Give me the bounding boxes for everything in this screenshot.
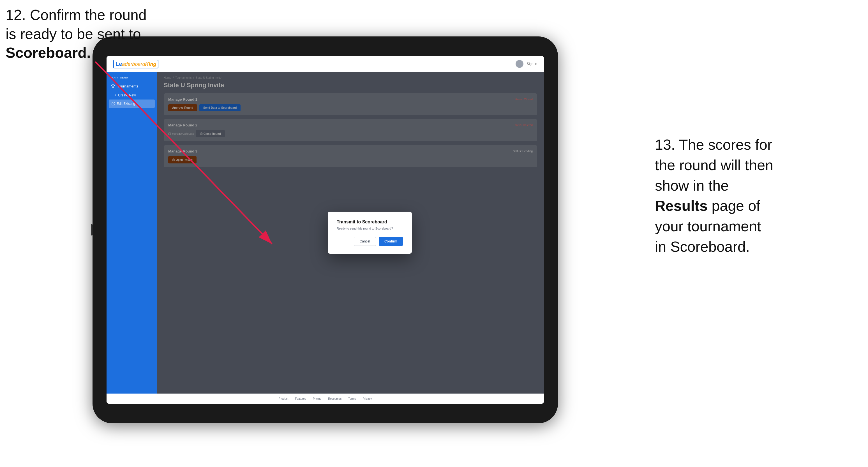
footer-features[interactable]: Features	[295, 397, 306, 400]
footer-resources[interactable]: Resources	[328, 397, 341, 400]
footer: Product Features Pricing Resources Terms…	[106, 394, 544, 404]
annotation-line1: 12. Confirm the round	[6, 7, 147, 23]
footer-product[interactable]: Product	[279, 397, 288, 400]
tablet-screen: LeaderboardKing Sign In MAIN MENU Tourna…	[106, 56, 544, 404]
sidebar: MAIN MENU Tournaments + Create New Edit …	[106, 72, 157, 394]
annotation-line3: Scoreboard.	[6, 44, 91, 61]
main-layout: MAIN MENU Tournaments + Create New Edit …	[106, 72, 544, 394]
sidebar-item-tournaments[interactable]: Tournaments	[106, 81, 157, 91]
tablet-device: LeaderboardKing Sign In MAIN MENU Tourna…	[93, 36, 558, 423]
modal-buttons: Cancel Confirm	[337, 237, 403, 246]
annotation-right-line4: Results	[655, 198, 708, 214]
annotation-right-line4-rest: page of	[708, 198, 760, 214]
footer-pricing[interactable]: Pricing	[313, 397, 321, 400]
modal-dialog: Transmit to Scoreboard Ready to send thi…	[328, 212, 412, 254]
footer-privacy[interactable]: Privacy	[363, 397, 372, 400]
sidebar-menu-label: MAIN MENU	[106, 76, 157, 79]
sidebar-edit-existing[interactable]: Edit Existing	[109, 99, 155, 108]
annotation-right-line1: 13. The scores for	[655, 136, 772, 153]
footer-terms[interactable]: Terms	[348, 397, 356, 400]
annotation-right-line2: the round will then	[655, 157, 773, 173]
logo-king-suffix: King	[145, 61, 156, 67]
cancel-button[interactable]: Cancel	[354, 237, 376, 246]
tablet-side-button	[91, 224, 93, 236]
modal-subtitle: Ready to send this round to Scoreboard?	[337, 227, 403, 230]
annotation-right-line6: in Scoreboard.	[655, 239, 750, 255]
annotation-top: 12. Confirm the round is ready to be sen…	[6, 6, 147, 63]
confirm-button[interactable]: Confirm	[379, 237, 403, 246]
annotation-right-line5: your tournament	[655, 218, 761, 234]
annotation-right: 13. The scores for the round will then s…	[655, 134, 851, 257]
sidebar-create-new[interactable]: + Create New	[106, 91, 157, 99]
edit-existing-label: Edit Existing	[117, 102, 135, 106]
signin-label[interactable]: Sign In	[527, 62, 537, 66]
edit-icon	[112, 102, 115, 105]
annotation-right-line3: show in the	[655, 178, 728, 194]
modal-overlay: Transmit to Scoreboard Ready to send thi…	[157, 72, 544, 394]
modal-title: Transmit to Scoreboard	[337, 219, 403, 224]
navbar: LeaderboardKing Sign In	[106, 56, 544, 72]
content-area: Home / Tournaments / State U Spring Invi…	[157, 72, 544, 394]
trophy-icon	[111, 84, 115, 88]
annotation-line2: is ready to be sent to	[6, 26, 141, 42]
avatar-icon	[516, 60, 523, 68]
tournaments-label: Tournaments	[117, 84, 138, 88]
nav-right: Sign In	[516, 60, 537, 68]
create-new-label: Create New	[118, 93, 136, 97]
plus-icon: +	[114, 93, 116, 97]
